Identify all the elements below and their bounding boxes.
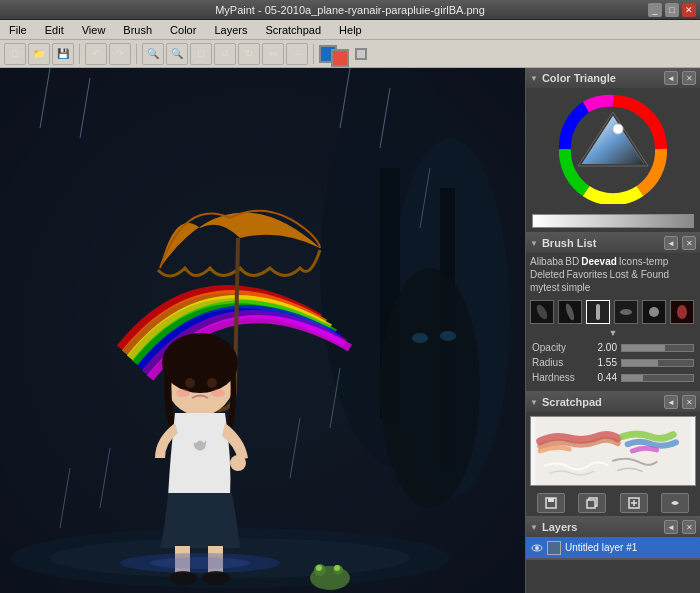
brush-item-3[interactable] <box>586 300 610 324</box>
toolbar-arrow[interactable]: → <box>286 43 308 65</box>
scratchpad-close-button[interactable]: ✕ <box>682 395 696 409</box>
toolbar-open[interactable]: 📁 <box>28 43 50 65</box>
brush-item-2[interactable] <box>558 300 582 324</box>
svg-marker-42 <box>582 116 644 164</box>
brush-item-4[interactable] <box>614 300 638 324</box>
menu-layers[interactable]: Layers <box>209 23 252 37</box>
close-button[interactable]: ✕ <box>682 3 696 17</box>
brush-tab-mytest[interactable]: mytest <box>530 282 559 293</box>
toolbar-redo[interactable]: ↷ <box>109 43 131 65</box>
painting-canvas[interactable] <box>0 68 525 593</box>
radius-label: Radius <box>532 357 587 368</box>
menu-file[interactable]: File <box>4 23 32 37</box>
layer-row-0[interactable]: Untitled layer #1 <box>526 537 700 559</box>
menu-brush[interactable]: Brush <box>118 23 157 37</box>
toolbar-zoom-out[interactable]: 🔍 <box>166 43 188 65</box>
menu-scratchpad[interactable]: Scratchpad <box>260 23 326 37</box>
hardness-slider[interactable] <box>621 374 694 382</box>
layers-pin-button[interactable]: ◄ <box>664 520 678 534</box>
scratchpad-save-button[interactable] <box>537 493 565 513</box>
scratchpad-drawing-area[interactable] <box>530 416 696 486</box>
brush-tab-icons-temp[interactable]: Icons-temp <box>619 256 668 267</box>
menu-edit[interactable]: Edit <box>40 23 69 37</box>
layer-name: Untitled layer #1 <box>565 542 696 553</box>
radius-param-row: Radius 1.55 <box>532 357 694 368</box>
menu-help[interactable]: Help <box>334 23 367 37</box>
brush-list-close-button[interactable]: ✕ <box>682 236 696 250</box>
scratchpad-buttons <box>526 490 700 516</box>
minimize-button[interactable]: _ <box>648 3 662 17</box>
brush-item-5[interactable] <box>642 300 666 324</box>
layer-thumbnail <box>547 541 561 555</box>
opacity-param-row: Opacity 2.00 <box>532 342 694 353</box>
brush-grid-expand[interactable]: ▼ <box>526 328 700 338</box>
toolbar-undo[interactable]: ↶ <box>85 43 107 65</box>
background-color-swatch[interactable] <box>331 49 349 67</box>
scratchpad-title: Scratchpad <box>542 396 660 408</box>
color-wheel[interactable] <box>558 94 668 204</box>
svg-point-20 <box>169 571 197 585</box>
layers-collapse-icon[interactable]: ▼ <box>530 523 538 532</box>
canvas-area[interactable] <box>0 68 525 593</box>
menu-color[interactable]: Color <box>165 23 201 37</box>
color-triangle-close-button[interactable]: ✕ <box>682 71 696 85</box>
scratchpad-header: ▼ Scratchpad ◄ ✕ <box>526 392 700 412</box>
color-triangle-title: Color Triangle <box>542 72 660 84</box>
opacity-label: Opacity <box>532 342 587 353</box>
menu-view[interactable]: View <box>77 23 111 37</box>
layer-visibility-toggle[interactable] <box>530 541 544 555</box>
brush-tab-deleted[interactable]: Deleted <box>530 269 564 280</box>
brush-list-pin-button[interactable]: ◄ <box>664 236 678 250</box>
scratchpad-panel: ▼ Scratchpad ◄ ✕ <box>526 392 700 517</box>
svg-rect-52 <box>548 498 554 502</box>
brush-tab-alibaba[interactable]: Alibaba <box>530 256 563 267</box>
brush-tab-deevad[interactable]: Deevad <box>581 256 617 267</box>
svg-point-22 <box>230 455 246 471</box>
scratchpad-clear-button[interactable] <box>661 493 689 513</box>
layers-title: Layers <box>542 521 660 533</box>
toolbar-rotate-cw[interactable]: ↻ <box>238 43 260 65</box>
color-triangle-pin-button[interactable]: ◄ <box>664 71 678 85</box>
opacity-slider[interactable] <box>621 344 694 352</box>
svg-point-45 <box>564 303 576 322</box>
title-bar: MyPaint - 05-2010a_plane-ryanair-paraplu… <box>0 0 700 20</box>
radius-slider[interactable] <box>621 359 694 367</box>
layers-close-button[interactable]: ✕ <box>682 520 696 534</box>
scratchpad-import-button[interactable] <box>620 493 648 513</box>
svg-point-15 <box>207 378 217 388</box>
toolbar-rotate-ccw[interactable]: ↺ <box>214 43 236 65</box>
brush-params: Opacity 2.00 Radius 1.55 Hardness 0.44 <box>526 338 700 391</box>
color-triangle-header: ▼ Color Triangle ◄ ✕ <box>526 68 700 88</box>
color-wheel-svg <box>558 94 668 204</box>
brush-tab-simple[interactable]: simple <box>561 282 590 293</box>
brush-item-6[interactable] <box>670 300 694 324</box>
window-title: MyPaint - 05-2010a_plane-ryanair-paraplu… <box>215 4 485 16</box>
brush-list-collapse-icon[interactable]: ▼ <box>530 239 538 248</box>
color-triangle-panel: ▼ Color Triangle ◄ ✕ <box>526 68 700 233</box>
brush-item-1[interactable] <box>530 300 554 324</box>
hardness-slider-fill <box>622 375 643 381</box>
hardness-value: 0.44 <box>587 372 617 383</box>
maximize-button[interactable]: □ <box>665 3 679 17</box>
opacity-slider-fill <box>622 345 665 351</box>
painting-svg <box>0 68 525 593</box>
svg-rect-46 <box>596 304 600 320</box>
radius-value: 1.55 <box>587 357 617 368</box>
svg-point-21 <box>202 571 230 585</box>
toolbar-save[interactable]: 💾 <box>52 43 74 65</box>
scratchpad-pin-button[interactable]: ◄ <box>664 395 678 409</box>
toolbar-new[interactable]: 🗋 <box>4 43 26 65</box>
color-gradient-bar[interactable] <box>532 214 694 228</box>
brush-tab-favorites[interactable]: Favorites <box>566 269 607 280</box>
toolbar: 🗋 📁 💾 ↶ ↷ 🔍 🔍 ⊡ ↺ ↻ ⇔ → <box>0 40 700 68</box>
toolbar-zoom-fit[interactable]: ⊡ <box>190 43 212 65</box>
scratchpad-copy-button[interactable] <box>578 493 606 513</box>
toolbar-flip-h[interactable]: ⇔ <box>262 43 284 65</box>
scratchpad-collapse-icon[interactable]: ▼ <box>530 398 538 407</box>
color-triangle-collapse-icon[interactable]: ▼ <box>530 74 538 83</box>
brush-list-title: Brush List <box>542 237 660 249</box>
toolbar-zoom-in[interactable]: 🔍 <box>142 43 164 65</box>
brush-tab-bd[interactable]: BD <box>565 256 579 267</box>
brush-tab-lost-found[interactable]: Lost & Found <box>610 269 669 280</box>
extra-color-swatch[interactable] <box>355 48 367 60</box>
